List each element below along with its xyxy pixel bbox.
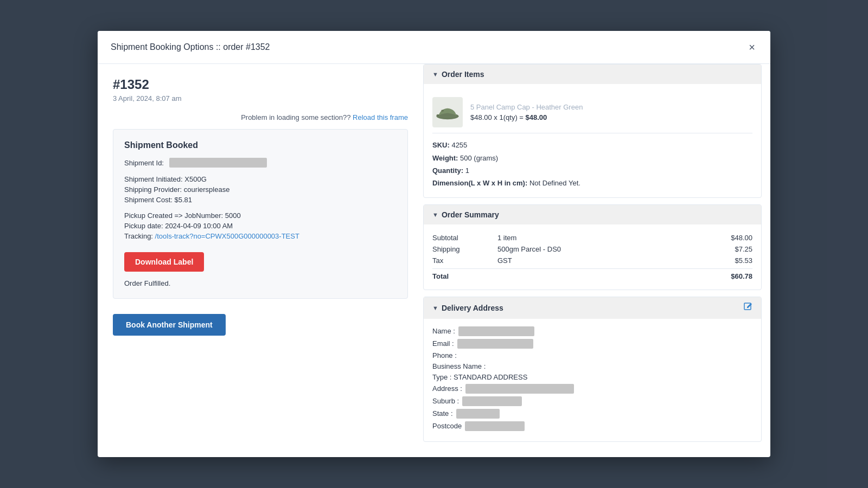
quantity-label: Quantity: <box>432 166 463 175</box>
reload-text: Problem in loading some section?? <box>241 113 350 121</box>
addr-phone-label: Phone : <box>432 351 457 359</box>
pickup-info-block: Pickup Created => JobNumber: 5000 Pickup… <box>124 211 397 240</box>
product-info: 5 Panel Camp Cap - Heather Green $48.00 … <box>470 103 583 121</box>
shipment-id-row: Shipment Id: <box>124 158 397 168</box>
dimension-label: Dimension(L x W x H in cm): <box>432 179 527 187</box>
addr-business-label: Business Name : <box>432 362 486 370</box>
addr-state-label: State : <box>432 409 453 418</box>
tracking-link[interactable]: /tools-track?no=CPWX500G000000003-TEST <box>155 232 299 240</box>
weight-value: 500 (grams) <box>460 154 498 162</box>
order-fulfilled-text: Order Fulfilled. <box>124 279 397 287</box>
addr-postcode-label: Postcode <box>432 422 462 430</box>
item-details: SKU: 4255 Weight: 500 (grams) Quantity: … <box>432 139 752 190</box>
reload-notice: Problem in loading some section?? Reload… <box>113 113 408 121</box>
summary-row-total: Total $60.78 <box>432 268 752 282</box>
summary-row-2: Tax GST $5.53 <box>432 255 752 266</box>
book-another-shipment-button[interactable]: Book Another Shipment <box>113 314 226 336</box>
order-summary-title: Order Summary <box>442 210 499 219</box>
addr-business-row: Business Name : <box>432 362 752 370</box>
product-price-total: $48.00 <box>526 113 547 121</box>
addr-email-redacted <box>457 339 533 349</box>
weight-row: Weight: 500 (grams) <box>432 152 752 164</box>
shipment-id-redacted <box>169 158 267 168</box>
quantity-value: 1 <box>465 166 469 175</box>
edit-address-button[interactable] <box>744 303 752 313</box>
order-summary-section: ▼ Order Summary Subtotal 1 item $48.00 S… <box>423 204 762 290</box>
delivery-address-header: ▼ Delivery Address <box>424 297 761 319</box>
reload-link[interactable]: Reload this frame <box>353 113 408 121</box>
sku-label: SKU: <box>432 141 450 149</box>
right-panel: ▼ Order Items <box>423 64 770 457</box>
pickup-date: Pickup date: 2024-04-09 10:00 AM <box>124 222 397 230</box>
addr-email-row: Email : <box>432 339 752 349</box>
modal-container: Shipment Booking Options :: order #1352 … <box>98 31 770 457</box>
summary-row-0: Subtotal 1 item $48.00 <box>432 232 752 243</box>
addr-postcode-row: Postcode <box>432 421 752 431</box>
shipment-cost: Shipment Cost: $5.81 <box>124 196 397 204</box>
addr-name-redacted <box>458 326 534 336</box>
order-date: 3 April, 2024, 8:07 am <box>113 94 408 102</box>
addr-suburb-redacted <box>462 396 522 406</box>
delivery-address-section: ▼ Delivery Address Name : <box>423 297 762 442</box>
left-panel: #1352 3 April, 2024, 8:07 am Problem in … <box>98 64 423 457</box>
product-row: 5 Panel Camp Cap - Heather Green $48.00 … <box>432 92 752 133</box>
modal-body: #1352 3 April, 2024, 8:07 am Problem in … <box>98 64 770 457</box>
tracking-row: Tracking: /tools-track?no=CPWX500G000000… <box>124 232 397 240</box>
delivery-address-body: Name : Email : Phone : Business Name : <box>424 319 761 441</box>
shipment-info-block: Shipment Initiated: X500G Shipping Provi… <box>124 175 397 204</box>
order-summary-arrow: ▼ <box>432 211 438 218</box>
addr-name-row: Name : <box>432 326 752 336</box>
order-items-section: ▼ Order Items <box>423 64 762 198</box>
order-number: #1352 <box>113 77 408 92</box>
order-summary-body: Subtotal 1 item $48.00 Shipping 500gm Pa… <box>424 224 761 290</box>
addr-type-label: Type : STANDARD ADDRESS <box>432 373 527 381</box>
sku-row: SKU: 4255 <box>432 139 752 151</box>
modal-title: Shipment Booking Options :: order #1352 <box>111 42 270 52</box>
addr-name-label: Name : <box>432 327 455 335</box>
weight-label: Weight: <box>432 154 458 162</box>
addr-state-redacted <box>456 409 500 419</box>
summary-row-1: Shipping 500gm Parcel - DS0 $7.25 <box>432 243 752 255</box>
addr-address-label: Address : <box>432 384 462 393</box>
pickup-created: Pickup Created => JobNumber: 5000 <box>124 211 397 220</box>
addr-state-row: State : <box>432 409 752 419</box>
product-image <box>432 97 463 127</box>
delivery-address-title: Delivery Address <box>442 304 503 312</box>
modal-backdrop: Shipment Booking Options :: order #1352 … <box>0 0 868 488</box>
shipping-provider: Shipping Provider: couriersplease <box>124 185 397 194</box>
product-hat-icon <box>436 102 459 122</box>
order-items-arrow: ▼ <box>432 71 438 78</box>
modal-header: Shipment Booking Options :: order #1352 … <box>98 31 770 64</box>
dimension-value: Not Defined Yet. <box>529 179 580 187</box>
booked-title: Shipment Booked <box>124 140 397 150</box>
svg-rect-1 <box>441 110 443 112</box>
addr-suburb-label: Suburb : <box>432 397 459 405</box>
dimension-row: Dimension(L x W x H in cm): Not Defined … <box>432 177 752 189</box>
quantity-row: Quantity: 1 <box>432 164 752 177</box>
product-name: 5 Panel Camp Cap - Heather Green <box>470 103 583 111</box>
close-button[interactable]: × <box>746 40 757 55</box>
addr-phone-row: Phone : <box>432 351 752 359</box>
shipment-id-label: Shipment Id: <box>124 159 164 167</box>
addr-address-row: Address : <box>432 384 752 394</box>
shipment-initiated: Shipment Initiated: X500G <box>124 175 397 183</box>
edit-icon <box>744 303 752 311</box>
delivery-address-arrow: ▼ <box>432 305 438 311</box>
product-price: $48.00 x 1(qty) = $48.00 <box>470 113 583 121</box>
addr-address-redacted <box>465 384 574 394</box>
download-label-button[interactable]: Download Label <box>124 252 204 272</box>
addr-postcode-redacted <box>465 421 525 431</box>
order-items-title: Order Items <box>442 70 484 79</box>
sku-value: 4255 <box>451 141 467 149</box>
order-summary-header: ▼ Order Summary <box>424 205 761 224</box>
addr-type-row: Type : STANDARD ADDRESS <box>432 373 752 381</box>
addr-email-label: Email : <box>432 339 454 348</box>
shipment-booked-section: Shipment Booked Shipment Id: Shipment In… <box>113 129 408 299</box>
order-items-body: 5 Panel Camp Cap - Heather Green $48.00 … <box>424 84 761 197</box>
order-items-header: ▼ Order Items <box>424 65 761 84</box>
addr-suburb-row: Suburb : <box>432 396 752 406</box>
